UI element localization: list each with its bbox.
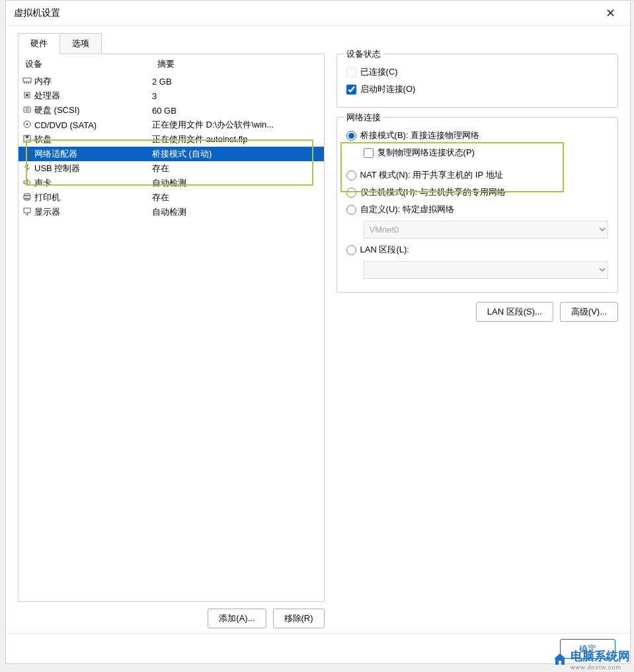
bridged-label: 桥接模式(B): 直接连接物理网络 (360, 130, 480, 141)
device-summary: 桥接模式 (自动) (152, 148, 323, 160)
connected-row[interactable]: 已连接(C) (346, 63, 608, 81)
replicate-row[interactable]: 复制物理网络连接状态(P) (346, 144, 608, 161)
replicate-checkbox[interactable] (364, 148, 374, 158)
house-icon (552, 652, 568, 667)
replicate-label: 复制物理网络连接状态(P) (377, 147, 475, 159)
device-name: 硬盘 (SCSI) (34, 104, 152, 116)
tabs: 硬件 选项 (6, 26, 630, 54)
connect-at-poweron-checkbox[interactable] (346, 85, 356, 94)
titlebar: 虚拟机设置 ✕ (6, 1, 630, 26)
tab-options[interactable]: 选项 (59, 33, 102, 54)
device-row-memory[interactable]: 内存2 GB (19, 74, 324, 89)
custom-vmnet-select: VMnet0 (364, 221, 608, 239)
device-row-disk[interactable]: 硬盘 (SCSI)60 GB (19, 103, 324, 118)
lan-segment-radio[interactable] (346, 245, 356, 255)
lan-segment-button[interactable]: LAN 区段(S)... (476, 302, 553, 322)
device-buttons: 添加(A)... 移除(R) (18, 609, 325, 628)
network-connection-title: 网络连接 (344, 112, 383, 124)
device-summary: 自动检测 (152, 177, 323, 189)
device-row-cpu[interactable]: 处理器3 (19, 89, 324, 103)
dialog-title: 虚拟机设置 (14, 7, 599, 19)
custom-radio[interactable] (346, 205, 356, 215)
cpu-icon (20, 91, 34, 102)
svg-rect-6 (26, 94, 28, 96)
device-row-network[interactable]: 网络适配器桥接模式 (自动) (19, 147, 324, 161)
device-name: 内存 (34, 75, 152, 87)
device-summary: 3 (152, 91, 323, 101)
close-icon[interactable]: ✕ (599, 3, 622, 23)
memory-icon (20, 76, 34, 87)
svg-rect-0 (23, 78, 31, 82)
device-name: 网络适配器 (34, 148, 152, 160)
watermark-text: 电脑系统网 (571, 650, 630, 663)
watermark-sub: www.dnxtw.com (571, 664, 630, 671)
custom-label: 自定义(U): 特定虚拟网络 (360, 204, 454, 215)
watermark: 电脑系统网 www.dnxtw.com (552, 648, 630, 671)
advanced-button[interactable]: 高级(V)... (560, 302, 618, 322)
settings-column: 设备状态 已连接(C) 启动时连接(O) 网络连接 桥接模式(B): 直接连接物… (337, 54, 618, 628)
device-summary: 正在使用文件 D:\办公软件\win... (152, 119, 323, 131)
device-table-header: 设备 摘要 (19, 54, 324, 74)
custom-row[interactable]: 自定义(U): 特定虚拟网络 (346, 201, 608, 218)
connected-checkbox (346, 67, 356, 77)
device-summary: 正在使用文件 autoinst.flp (152, 133, 323, 145)
device-table: 设备 摘要 内存2 GB处理器3硬盘 (SCSI)60 GBCD/DVD (SA… (18, 54, 325, 602)
device-row-display[interactable]: 显示器自动检测 (19, 205, 324, 219)
vm-settings-dialog: 虚拟机设置 ✕ 硬件 选项 设备 摘要 内存2 GB处理器3硬盘 (SCSI)6… (5, 0, 631, 664)
device-summary: 存在 (152, 163, 323, 174)
nat-row[interactable]: NAT 模式(N): 用于共享主机的 IP 地址 (346, 167, 608, 184)
usb-icon (20, 163, 34, 174)
device-name: 显示器 (34, 206, 152, 218)
device-name: 软盘 (34, 133, 152, 145)
svg-line-18 (27, 168, 30, 169)
device-state-title: 设备状态 (344, 48, 383, 60)
hostonly-label: 仅主机模式(H): 与主机共享的专用网络 (360, 186, 506, 198)
add-button[interactable]: 添加(A)... (208, 609, 266, 628)
hostonly-row[interactable]: 仅主机模式(H): 与主机共享的专用网络 (346, 184, 608, 201)
remove-button[interactable]: 移除(R) (273, 609, 325, 628)
hostonly-radio[interactable] (346, 188, 356, 198)
svg-rect-7 (24, 107, 30, 112)
device-name: 打印机 (34, 192, 152, 204)
bridged-radio[interactable] (346, 131, 356, 141)
display-icon (20, 207, 34, 218)
connect-at-poweron-row[interactable]: 启动时连接(O) (346, 81, 608, 98)
bridged-row[interactable]: 桥接模式(B): 直接连接物理网络 (346, 127, 608, 144)
lan-segment-label: LAN 区段(L): (360, 244, 409, 256)
device-state-group: 设备状态 已连接(C) 启动时连接(O) (337, 54, 618, 108)
printer-icon (20, 192, 34, 204)
disk-icon (20, 105, 34, 116)
svg-point-10 (26, 123, 28, 125)
device-row-sound[interactable]: 声卡自动检测 (19, 176, 324, 190)
device-row-printer[interactable]: 打印机存在 (19, 190, 324, 205)
svg-rect-22 (24, 208, 30, 213)
sound-icon (20, 178, 34, 189)
device-row-usb[interactable]: USB 控制器存在 (19, 161, 324, 176)
nat-label: NAT 模式(N): 用于共享主机的 IP 地址 (360, 169, 503, 181)
device-row-cd[interactable]: CD/DVD (SATA)正在使用文件 D:\办公软件\win... (19, 118, 324, 132)
connect-at-poweron-label: 启动时连接(O) (360, 83, 416, 95)
cd-icon (20, 120, 34, 131)
svg-line-17 (24, 167, 27, 168)
device-summary: 2 GB (152, 77, 323, 87)
content-area: 设备 摘要 内存2 GB处理器3硬盘 (SCSI)60 GBCD/DVD (SA… (6, 54, 630, 635)
device-summary: 自动检测 (152, 206, 323, 218)
header-device: 设备 (25, 58, 157, 70)
device-name: 声卡 (34, 177, 152, 189)
svg-point-8 (26, 108, 28, 111)
header-summary: 摘要 (157, 58, 175, 70)
device-list-column: 设备 摘要 内存2 GB处理器3硬盘 (SCSI)60 GBCD/DVD (SA… (18, 54, 325, 628)
tab-hardware[interactable]: 硬件 (18, 33, 60, 54)
device-name: 处理器 (34, 90, 152, 102)
svg-rect-13 (24, 151, 30, 155)
device-summary: 存在 (152, 192, 323, 204)
connected-label: 已连接(C) (360, 66, 398, 78)
device-name: CD/DVD (SATA) (34, 120, 152, 130)
device-row-floppy[interactable]: 软盘正在使用文件 autoinst.flp (19, 132, 324, 147)
device-summary: 60 GB (152, 106, 323, 116)
lan-segment-row[interactable]: LAN 区段(L): (346, 241, 608, 258)
device-name: USB 控制器 (34, 163, 152, 174)
network-extra-buttons: LAN 区段(S)... 高级(V)... (337, 302, 618, 322)
floppy-icon (20, 134, 34, 145)
nat-radio[interactable] (346, 170, 356, 180)
